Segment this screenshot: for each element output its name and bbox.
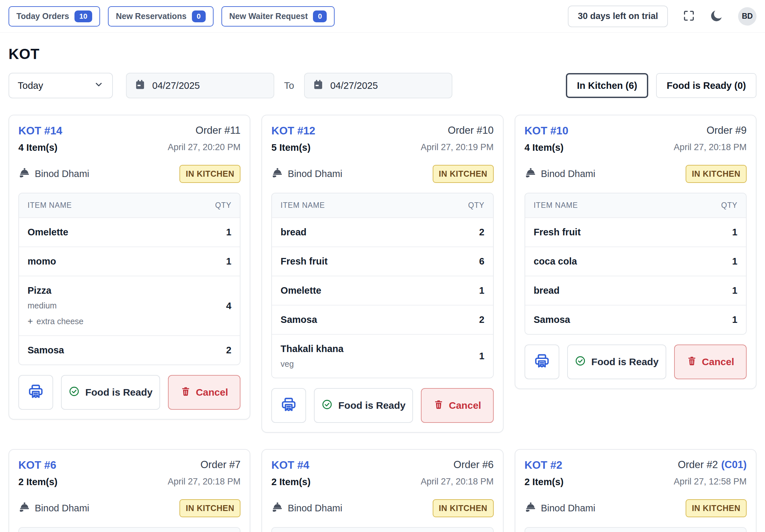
trial-days-button[interactable]: 30 days left on trial <box>568 6 668 27</box>
today-orders-count-badge: 10 <box>74 11 92 22</box>
date-from-value: 04/27/2025 <box>152 80 200 91</box>
food-is-ready-button[interactable]: Food is Ready <box>314 388 413 423</box>
item-qty: 1 <box>732 285 737 296</box>
order-time: April 27, 20:18 PM <box>421 477 494 487</box>
item-name: Samosa <box>534 314 570 325</box>
item-name: coca cola <box>534 256 577 267</box>
order-time: April 27, 20:18 PM <box>674 142 747 152</box>
item-cell: Samosa <box>281 314 317 325</box>
cancel-kot-button[interactable]: Cancel <box>674 345 747 379</box>
waiter-icon <box>524 501 536 515</box>
moon-icon <box>710 9 724 24</box>
kot-grid: KOT #14 4 Item(s) Order #11 April 27, 20… <box>9 115 756 532</box>
item-row: Omelette 1 <box>19 217 240 246</box>
column-item-name: ITEM NAME <box>534 201 578 210</box>
page-title: KOT <box>9 46 765 62</box>
item-name: Fresh fruit <box>281 256 328 267</box>
order-line: Order #2(C01) <box>674 459 747 471</box>
date-range-select[interactable]: Today <box>9 73 113 98</box>
item-row: momo 1 <box>19 246 240 276</box>
printer-icon <box>280 397 297 415</box>
to-label: To <box>284 80 294 91</box>
waiter-name: Binod Dhami <box>541 168 595 179</box>
item-name: Fresh fruit <box>534 227 581 238</box>
order-time: April 27, 20:18 PM <box>168 477 241 487</box>
item-name: momo <box>28 256 56 267</box>
items-table-header: ITEM NAME QTY <box>525 193 746 217</box>
item-name: bread <box>281 227 307 238</box>
cancel-kot-button[interactable]: Cancel <box>168 375 241 410</box>
waiter-row: Binod Dhami IN KITCHEN <box>18 499 241 517</box>
date-to-input[interactable]: 04/27/2025 <box>304 73 452 98</box>
food-is-ready-button[interactable]: Food is Ready <box>567 345 666 379</box>
waiter-icon <box>524 167 536 181</box>
item-qty: 1 <box>226 227 231 238</box>
item-row: Samosa 1 <box>525 305 746 334</box>
waiter-name: Binod Dhami <box>288 168 342 179</box>
dark-mode-toggle[interactable] <box>710 9 724 24</box>
food-is-ready-button[interactable]: Food is Ready <box>61 375 160 410</box>
print-kot-button[interactable] <box>271 388 306 423</box>
filter-row: Today 04/27/2025 To 04 <box>0 73 765 98</box>
new-waiter-request-button[interactable]: New Waiter Request 0 <box>222 6 335 27</box>
items-table: ITEM NAME QTY Fresh fruit 1 coca cola 1 … <box>524 193 747 335</box>
items-count: 2 Item(s) <box>524 477 563 487</box>
check-circle-icon <box>69 386 80 399</box>
items-table-header: ITEM NAME QTY <box>525 528 746 532</box>
order-number: Order #6 <box>453 459 493 470</box>
plus-icon: + <box>28 316 33 327</box>
print-kot-button[interactable] <box>524 345 559 379</box>
card-actions: Food is Ready Cancel <box>524 345 747 379</box>
fullscreen-button[interactable] <box>682 9 695 23</box>
card-actions: Food is Ready Cancel <box>271 388 493 423</box>
cancel-kot-button[interactable]: Cancel <box>421 388 493 423</box>
cancel-label: Cancel <box>196 387 228 398</box>
kot-number[interactable]: KOT #14 <box>18 125 62 137</box>
tab-in-kitchen[interactable]: In Kitchen (6) <box>566 73 648 98</box>
status-badge: IN KITCHEN <box>686 165 747 183</box>
order-number: Order #10 <box>448 125 494 136</box>
items-count: 4 Item(s) <box>524 142 568 153</box>
items-table: ITEM NAME QTY <box>524 527 747 532</box>
item-cell: bread <box>281 227 307 238</box>
kot-number[interactable]: KOT #4 <box>271 459 310 471</box>
card-header: KOT #12 5 Item(s) Order #10 April 27, 20… <box>271 125 493 153</box>
order-number: Order #2 <box>678 459 718 470</box>
items-table-header: ITEM NAME QTY <box>19 193 240 217</box>
item-qty: 4 <box>226 301 231 311</box>
new-waiter-request-label: New Waiter Request <box>229 11 308 21</box>
items-count: 4 Item(s) <box>18 142 62 153</box>
kot-card: KOT #4 2 Item(s) Order #6 April 27, 20:1… <box>262 449 503 532</box>
date-range-selected-value: Today <box>18 80 43 91</box>
user-avatar[interactable]: BD <box>738 7 756 26</box>
date-from-input[interactable]: 04/27/2025 <box>126 73 274 98</box>
kot-number[interactable]: KOT #12 <box>271 125 315 137</box>
order-time: April 27, 20:19 PM <box>421 142 494 152</box>
cancel-label: Cancel <box>702 356 734 368</box>
item-name: Omelette <box>28 227 68 238</box>
status-badge: IN KITCHEN <box>433 499 494 517</box>
item-name: Thakali khana <box>281 344 344 354</box>
print-kot-button[interactable] <box>18 375 53 410</box>
tab-food-is-ready[interactable]: Food is Ready (0) <box>656 73 756 98</box>
items-table-header: ITEM NAME QTY <box>272 528 493 532</box>
kot-number[interactable]: KOT #10 <box>524 125 568 137</box>
order-number: Order #11 <box>196 125 241 136</box>
status-badge: IN KITCHEN <box>180 499 241 517</box>
waiter-name: Binod Dhami <box>35 503 89 514</box>
item-cell: momo <box>28 256 56 267</box>
status-badge: IN KITCHEN <box>686 499 747 517</box>
waiter-name: Binod Dhami <box>288 503 342 514</box>
new-reservations-button[interactable]: New Reservations 0 <box>108 6 214 27</box>
kot-number[interactable]: KOT #2 <box>524 459 563 471</box>
waiter-icon <box>271 167 283 181</box>
kot-number[interactable]: KOT #6 <box>18 459 57 471</box>
item-row: Omelette 1 <box>272 276 493 305</box>
items-table: ITEM NAME QTY <box>271 527 493 532</box>
item-name: Pizza <box>28 285 84 296</box>
waiter-icon <box>18 501 30 515</box>
food-is-ready-label: Food is Ready <box>338 400 405 411</box>
today-orders-button[interactable]: Today Orders 10 <box>9 6 100 27</box>
item-row: coca cola 1 <box>525 246 746 276</box>
avatar-initials: BD <box>738 7 756 26</box>
